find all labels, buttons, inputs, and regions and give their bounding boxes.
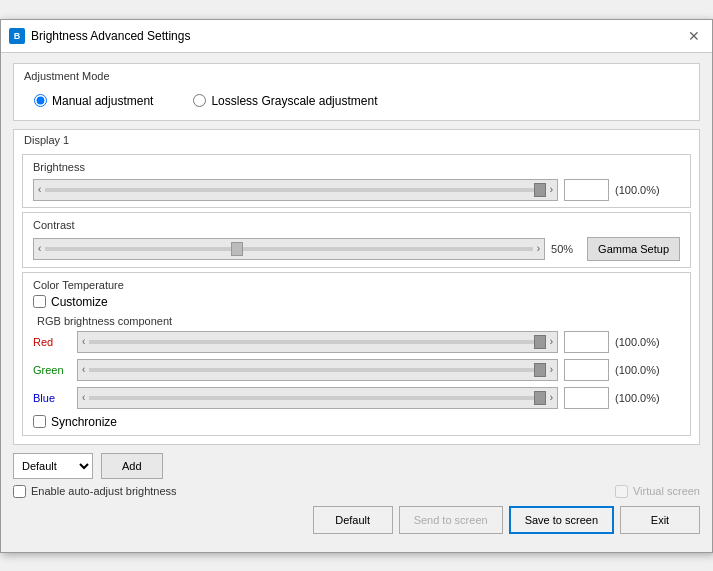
virtual-screen-label: Virtual screen bbox=[633, 485, 700, 497]
manual-adjustment-option[interactable]: Manual adjustment bbox=[34, 94, 153, 108]
green-value-input[interactable]: 255 bbox=[564, 359, 609, 381]
adjustment-mode-section: Adjustment Mode Manual adjustment Lossle… bbox=[13, 63, 700, 121]
green-percent: (100.0%) bbox=[615, 364, 680, 376]
red-row: Red ‹ › 255 (100.0%) bbox=[33, 331, 680, 353]
gamma-setup-button[interactable]: Gamma Setup bbox=[587, 237, 680, 261]
contrast-slider-container[interactable]: ‹ › bbox=[33, 238, 545, 260]
blue-slider-container[interactable]: ‹ › bbox=[77, 387, 558, 409]
blue-percent: (100.0%) bbox=[615, 392, 680, 404]
customize-row: Customize bbox=[33, 295, 680, 309]
rgb-component-label: RGB brightness component bbox=[37, 315, 680, 327]
blue-right-arrow[interactable]: › bbox=[550, 392, 553, 403]
bottom-controls: Default Add bbox=[13, 453, 700, 479]
green-label: Green bbox=[33, 364, 71, 376]
synchronize-row: Synchronize bbox=[33, 415, 680, 429]
contrast-slider-row: ‹ › 50% Gamma Setup bbox=[33, 237, 680, 261]
footer-row: Enable auto-adjust brightness Virtual sc… bbox=[13, 485, 700, 498]
contrast-percent: 50% bbox=[551, 243, 581, 255]
lossless-label: Lossless Grayscale adjustment bbox=[211, 94, 377, 108]
auto-adjust-checkbox[interactable] bbox=[13, 485, 26, 498]
add-button[interactable]: Add bbox=[101, 453, 163, 479]
green-row: Green ‹ › 255 (100.0%) bbox=[33, 359, 680, 381]
titlebar: B Brightness Advanced Settings ✕ bbox=[1, 20, 712, 53]
contrast-track bbox=[45, 247, 532, 251]
app-icon: B bbox=[9, 28, 25, 44]
content-area: Adjustment Mode Manual adjustment Lossle… bbox=[1, 53, 712, 552]
blue-value-input[interactable]: 255 bbox=[564, 387, 609, 409]
red-left-arrow[interactable]: ‹ bbox=[82, 336, 85, 347]
red-right-arrow[interactable]: › bbox=[550, 336, 553, 347]
contrast-label: Contrast bbox=[33, 219, 680, 231]
blue-thumb[interactable] bbox=[534, 391, 546, 405]
brightness-right-arrow[interactable]: › bbox=[550, 184, 553, 195]
profile-dropdown[interactable]: Default bbox=[13, 453, 93, 479]
exit-button[interactable]: Exit bbox=[620, 506, 700, 534]
contrast-section: Contrast ‹ › 50% Gamma Setup bbox=[22, 212, 691, 268]
footer-left: Enable auto-adjust brightness bbox=[13, 485, 177, 498]
blue-left-arrow[interactable]: ‹ bbox=[82, 392, 85, 403]
brightness-percent: (100.0%) bbox=[615, 184, 680, 196]
brightness-left-arrow[interactable]: ‹ bbox=[38, 184, 41, 195]
brightness-section: Brightness ‹ › 255 (100.0%) bbox=[22, 154, 691, 208]
brightness-label: Brightness bbox=[33, 161, 680, 173]
action-buttons: Default Send to screen Save to screen Ex… bbox=[13, 506, 700, 542]
synchronize-label: Synchronize bbox=[51, 415, 117, 429]
brightness-track bbox=[45, 188, 545, 192]
save-to-screen-button[interactable]: Save to screen bbox=[509, 506, 614, 534]
brightness-value-input[interactable]: 255 bbox=[564, 179, 609, 201]
adjustment-mode-label: Adjustment Mode bbox=[24, 70, 689, 82]
contrast-right-arrow[interactable]: › bbox=[537, 243, 540, 254]
blue-track bbox=[89, 396, 545, 400]
color-temp-label: Color Temperature bbox=[33, 279, 680, 291]
blue-row: Blue ‹ › 255 (100.0%) bbox=[33, 387, 680, 409]
send-to-screen-button[interactable]: Send to screen bbox=[399, 506, 503, 534]
close-button[interactable]: ✕ bbox=[684, 26, 704, 46]
green-slider-container[interactable]: ‹ › bbox=[77, 359, 558, 381]
window-title: Brightness Advanced Settings bbox=[31, 29, 190, 43]
manual-label: Manual adjustment bbox=[52, 94, 153, 108]
brightness-slider-row: ‹ › 255 (100.0%) bbox=[33, 179, 680, 201]
virtual-screen-container: Virtual screen bbox=[615, 485, 700, 498]
auto-adjust-label: Enable auto-adjust brightness bbox=[31, 485, 177, 497]
green-left-arrow[interactable]: ‹ bbox=[82, 364, 85, 375]
synchronize-checkbox[interactable] bbox=[33, 415, 46, 428]
blue-label: Blue bbox=[33, 392, 71, 404]
red-label: Red bbox=[33, 336, 71, 348]
default-button[interactable]: Default bbox=[313, 506, 393, 534]
contrast-thumb[interactable] bbox=[231, 242, 243, 256]
green-track bbox=[89, 368, 545, 372]
brightness-thumb[interactable] bbox=[534, 183, 546, 197]
customize-checkbox[interactable] bbox=[33, 295, 46, 308]
green-thumb[interactable] bbox=[534, 363, 546, 377]
virtual-screen-checkbox[interactable] bbox=[615, 485, 628, 498]
red-percent: (100.0%) bbox=[615, 336, 680, 348]
customize-label: Customize bbox=[51, 295, 108, 309]
red-track bbox=[89, 340, 545, 344]
lossless-radio[interactable] bbox=[193, 94, 206, 107]
display-section: Display 1 Brightness ‹ › 255 (100.0%) bbox=[13, 129, 700, 445]
main-window: B Brightness Advanced Settings ✕ Adjustm… bbox=[0, 19, 713, 553]
red-value-input[interactable]: 255 bbox=[564, 331, 609, 353]
contrast-left-arrow[interactable]: ‹ bbox=[38, 243, 41, 254]
display-header: Display 1 bbox=[14, 130, 699, 150]
brightness-slider-container[interactable]: ‹ › bbox=[33, 179, 558, 201]
green-right-arrow[interactable]: › bbox=[550, 364, 553, 375]
lossless-adjustment-option[interactable]: Lossless Grayscale adjustment bbox=[193, 94, 377, 108]
color-temperature-section: Color Temperature Customize RGB brightne… bbox=[22, 272, 691, 436]
radio-group: Manual adjustment Lossless Grayscale adj… bbox=[24, 88, 689, 114]
manual-radio[interactable] bbox=[34, 94, 47, 107]
red-slider-container[interactable]: ‹ › bbox=[77, 331, 558, 353]
titlebar-left: B Brightness Advanced Settings bbox=[9, 28, 190, 44]
red-thumb[interactable] bbox=[534, 335, 546, 349]
